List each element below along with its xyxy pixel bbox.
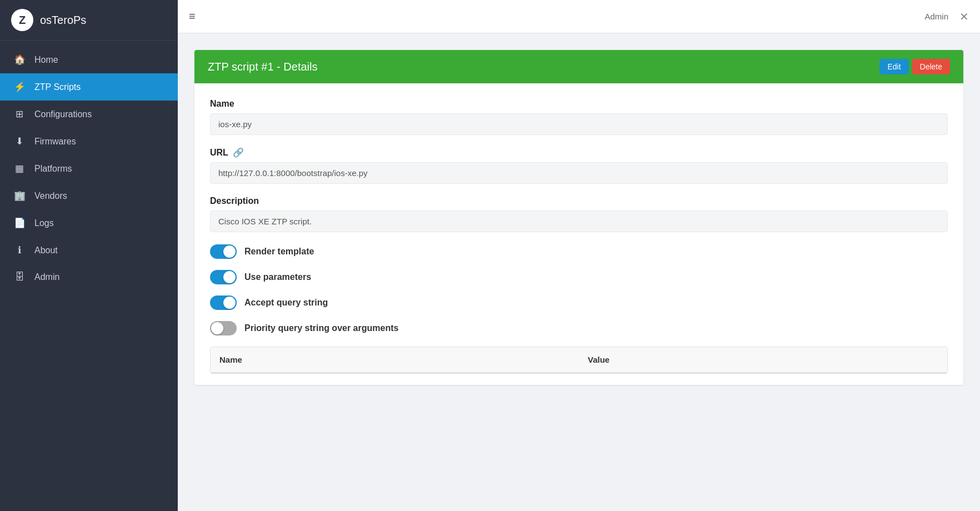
close-button[interactable]: ✕ — [959, 10, 969, 23]
topbar: ≡ Admin ✕ — [178, 0, 980, 33]
topbar-right: Admin ✕ — [924, 10, 969, 23]
sidebar-label-home: Home — [34, 55, 58, 65]
toggle-thumb-priority-query-string — [211, 322, 223, 334]
toggle-accept-query-string[interactable] — [210, 295, 237, 310]
sidebar-label-platforms: Platforms — [34, 164, 72, 174]
toggle-priority-query-string[interactable] — [210, 321, 237, 335]
sidebar-item-admin[interactable]: 🗄Admin — [0, 264, 178, 290]
sidebar-label-admin: Admin — [34, 272, 59, 282]
logo-icon: Z — [11, 9, 33, 31]
toggle-label-use-parameters: Use parameters — [244, 272, 311, 282]
sidebar: Z osTeroPs 🏠Home⚡ZTP Scripts⊞Configurati… — [0, 0, 178, 511]
toggle-label-accept-query-string: Accept query string — [244, 298, 328, 308]
sidebar-logo: Z osTeroPs — [0, 0, 178, 41]
about-icon: ℹ — [13, 244, 26, 256]
card-title: ZTP script #1 - Details — [208, 61, 317, 73]
edit-button[interactable]: Edit — [879, 59, 908, 74]
link-icon: 🔗 — [233, 147, 244, 158]
sidebar-label-configurations: Configurations — [34, 109, 92, 119]
sidebar-item-vendors[interactable]: 🏢Vendors — [0, 182, 178, 209]
description-label: Description — [210, 196, 948, 206]
sidebar-label-about: About — [34, 246, 58, 255]
sidebar-item-firmwares[interactable]: ⬇Firmwares — [0, 128, 178, 155]
ztp-scripts-icon: ⚡ — [13, 81, 26, 93]
app-title: osTeroPs — [40, 14, 86, 27]
url-value: http://127.0.0.1:8000/bootstrap/ios-xe.p… — [210, 162, 948, 184]
sidebar-item-platforms[interactable]: ▦Platforms — [0, 155, 178, 182]
sidebar-label-ztp-scripts: ZTP Scripts — [34, 82, 81, 92]
toggle-row-priority-query-string: Priority query string over arguments — [210, 321, 948, 335]
main-area: ≡ Admin ✕ ZTP script #1 - Details Edit D… — [178, 0, 980, 511]
sidebar-item-about[interactable]: ℹAbout — [0, 237, 178, 264]
description-value: Cisco IOS XE ZTP script. — [210, 211, 948, 232]
toggle-thumb-use-parameters — [223, 271, 236, 283]
toggle-row-accept-query-string: Accept query string — [210, 295, 948, 310]
toggle-row-use-parameters: Use parameters — [210, 270, 948, 284]
name-value: ios-xe.py — [210, 113, 948, 135]
card-body: Name ios-xe.py URL 🔗 http://127.0.0.1:80… — [194, 83, 963, 385]
toggle-render-template[interactable] — [210, 244, 237, 259]
detail-card: ZTP script #1 - Details Edit Delete Name… — [194, 50, 963, 385]
sidebar-item-configurations[interactable]: ⊞Configurations — [0, 101, 178, 128]
hamburger-button[interactable]: ≡ — [189, 10, 196, 23]
sidebar-label-vendors: Vendors — [34, 191, 67, 201]
toggle-thumb-render-template — [223, 246, 236, 258]
parameters-table: NameValue — [210, 347, 948, 374]
name-label: Name — [210, 99, 948, 109]
home-icon: 🏠 — [13, 54, 26, 66]
toggle-label-render-template: Render template — [244, 247, 314, 257]
vendors-icon: 🏢 — [13, 190, 26, 202]
delete-button[interactable]: Delete — [912, 59, 950, 74]
description-field-group: Description Cisco IOS XE ZTP script. — [210, 196, 948, 232]
sidebar-label-logs: Logs — [34, 218, 54, 228]
url-field-group: URL 🔗 http://127.0.0.1:8000/bootstrap/io… — [210, 147, 948, 184]
sidebar-item-logs[interactable]: 📄Logs — [0, 209, 178, 237]
sidebar-nav: 🏠Home⚡ZTP Scripts⊞Configurations⬇Firmwar… — [0, 41, 178, 511]
table-header-value: Value — [579, 347, 947, 372]
content-area: ZTP script #1 - Details Edit Delete Name… — [178, 33, 980, 511]
toggle-use-parameters[interactable] — [210, 270, 237, 284]
sidebar-label-firmwares: Firmwares — [34, 137, 76, 147]
configurations-icon: ⊞ — [13, 108, 26, 120]
sidebar-item-home[interactable]: 🏠Home — [0, 46, 178, 73]
toggle-label-priority-query-string: Priority query string over arguments — [244, 323, 398, 333]
card-header: ZTP script #1 - Details Edit Delete — [194, 50, 963, 83]
toggles-container: Render template Use parameters Accept qu… — [210, 244, 948, 335]
table-header: NameValue — [211, 347, 947, 373]
toggle-row-render-template: Render template — [210, 244, 948, 259]
sidebar-item-ztp-scripts[interactable]: ⚡ZTP Scripts — [0, 73, 178, 101]
name-field-group: Name ios-xe.py — [210, 99, 948, 135]
logs-icon: 📄 — [13, 217, 26, 229]
user-label: Admin — [924, 12, 948, 21]
toggle-thumb-accept-query-string — [223, 297, 236, 309]
card-actions: Edit Delete — [879, 59, 950, 74]
table-header-name: Name — [211, 347, 579, 372]
admin-icon: 🗄 — [13, 272, 26, 283]
platforms-icon: ▦ — [13, 163, 26, 174]
firmwares-icon: ⬇ — [13, 136, 26, 147]
url-label: URL 🔗 — [210, 147, 948, 158]
